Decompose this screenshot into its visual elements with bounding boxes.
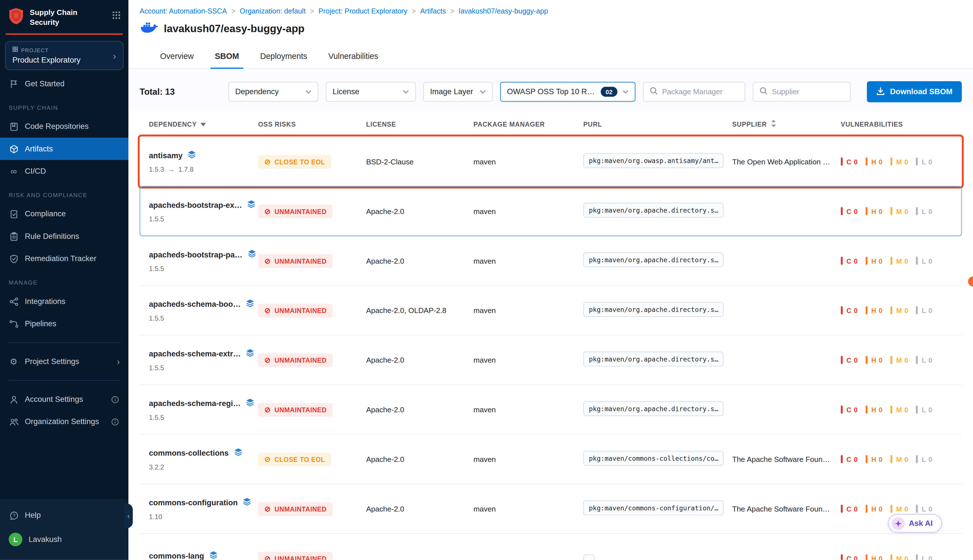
sidebar-item-code-repositories[interactable]: Code Repositories: [0, 115, 129, 138]
package-manager: maven: [473, 207, 583, 215]
user-menu[interactable]: L Lavakush: [0, 527, 129, 552]
filter-select-license[interactable]: License: [326, 82, 416, 102]
sidebar-item-project-settings[interactable]: ⚙ Project Settings ›: [0, 350, 129, 373]
severity-count: L0: [916, 405, 932, 414]
filter-select-image-layer[interactable]: Image Layer: [423, 82, 493, 102]
severity-count: C0: [841, 505, 858, 513]
sparkle-icon: [891, 517, 904, 530]
page-title: lavakush07/easy-buggy-app: [164, 23, 305, 35]
dependency-name: apacheds-schema-regi…: [149, 399, 241, 408]
sidebar-item-help[interactable]: ? Help: [0, 504, 129, 527]
purl-value[interactable]: pkg:maven/org.owasp.antisamy/ant…: [583, 153, 724, 168]
module-grid-icon[interactable]: [111, 10, 121, 20]
severity-count: L0: [916, 554, 932, 560]
column-header-supplier[interactable]: SUPPLIER: [732, 120, 841, 128]
severity-bar: [891, 455, 893, 463]
severity-count: M0: [891, 455, 908, 463]
purl-value[interactable]: pkg:maven/org.apache.directory.s…: [583, 351, 724, 366]
purl-value[interactable]: pkg:maven/org.apache.directory.s…: [583, 302, 724, 317]
dependency-name: commons-lang: [149, 552, 204, 560]
table-row[interactable]: commons-lang → ⊘ UNMAINTAINED C0 H0: [140, 534, 962, 560]
sidebar-item-organization-settings[interactable]: Organization Settings: [0, 410, 129, 433]
supplier-input[interactable]: [772, 87, 844, 96]
purl-value[interactable]: pkg:maven/org.apache.directory.s…: [583, 401, 724, 416]
purl-cell: pkg:maven/org.apache.directory.s…: [583, 351, 732, 369]
breadcrumb-link[interactable]: Organization: default: [240, 7, 306, 15]
total-count: Total:13: [140, 87, 221, 97]
table-row[interactable]: apacheds-schema-regi… 1.5.5 → ⊘ UNMAINTA…: [140, 385, 962, 435]
tab-deployments[interactable]: Deployments: [249, 45, 318, 68]
purl-value[interactable]: pkg:maven/commons-configuration/…: [583, 500, 724, 515]
ask-ai-button[interactable]: Ask AI: [888, 514, 942, 533]
column-header-license[interactable]: LICENSE: [366, 120, 473, 128]
filter-select-owasp-oss-top-10-risks[interactable]: OWASP OSS Top 10 Risks 02: [500, 82, 635, 102]
sidebar: Supply Chain Security PROJECT Product Ex…: [0, 0, 129, 560]
sidebar-item-rule-definitions[interactable]: Rule Definitions: [0, 225, 129, 248]
sidebar-item-artifacts[interactable]: Artifacts: [0, 138, 129, 160]
purl-value[interactable]: pkg:maven/org.apache.directory.s…: [583, 252, 724, 267]
table-row[interactable]: commons-collections 3.2.2 → ⊘ CLOSE TO E…: [140, 435, 962, 484]
purl-value[interactable]: pkg:maven/commons-collections/co…: [583, 451, 724, 465]
sidebar-item-integrations[interactable]: Integrations: [0, 290, 129, 313]
vulnerability-counts: C0 H0 M0 L0: [841, 455, 962, 463]
person-icon: [9, 395, 18, 404]
column-header-oss-risks[interactable]: OSS RISKS: [258, 120, 366, 128]
section-risk-compliance: RISK AND COMPLIANCE: [0, 182, 129, 203]
oss-risk-cell: ⊘ UNMAINTAINED: [258, 353, 366, 367]
supplier-search[interactable]: [752, 82, 851, 102]
section-supply-chain: SUPPLY CHAIN: [0, 95, 129, 116]
sidebar-collapse-handle[interactable]: ‹: [124, 503, 133, 528]
severity-bar: [841, 554, 843, 560]
tab-vulnerabilities[interactable]: Vulnerabilities: [318, 45, 389, 68]
column-header-vulnerabilities[interactable]: VULNERABILITIES: [841, 120, 962, 128]
table-row[interactable]: apacheds-bootstrap-pa… 1.5.5 → ⊘ UNMAINT…: [140, 236, 962, 286]
table-row[interactable]: antisamy 1.5.3 → 1.7.8 ⊘ CLOSE TO EOL BS…: [140, 137, 962, 187]
package-manager-input[interactable]: [662, 87, 738, 96]
purl-value[interactable]: pkg:maven/org.apache.directory.s…: [583, 202, 724, 217]
oss-risk-badge: ⊘ UNMAINTAINED: [258, 502, 333, 515]
package-manager-search[interactable]: [643, 82, 745, 102]
table-row[interactable]: apacheds-bootstrap-ex… 1.5.5 → ⊘ UNMAINT…: [140, 187, 962, 236]
severity-count: H0: [866, 257, 883, 265]
severity-count: M0: [891, 257, 908, 265]
tab-sbom[interactable]: SBOM: [204, 45, 250, 68]
column-header-dependency[interactable]: DEPENDENCY: [149, 120, 258, 128]
table-row[interactable]: commons-configuration 1.10 → ⊘ UNMAINTAI…: [140, 484, 962, 534]
purl-value[interactable]: [583, 554, 595, 560]
oss-risk-cell: ⊘ UNMAINTAINED: [258, 552, 366, 560]
sidebar-item-remediation-tracker[interactable]: Remediation Tracker: [0, 248, 129, 270]
severity-bar: [841, 356, 843, 364]
repo-icon: [9, 122, 18, 132]
severity-count: C0: [841, 257, 858, 265]
dependency-cell: antisamy 1.5.3 → 1.7.8: [149, 150, 258, 173]
sidebar-item-account-settings[interactable]: Account Settings: [0, 388, 129, 410]
breadcrumb-link[interactable]: lavakush07/easy-buggy-app: [459, 7, 548, 15]
oss-risk-cell: ⊘ UNMAINTAINED: [258, 254, 366, 267]
project-selector[interactable]: PROJECT Product Exploratory ›: [5, 41, 124, 70]
breadcrumb-link[interactable]: Project: Product Exploratory: [319, 7, 408, 15]
download-sbom-button[interactable]: Download SBOM: [867, 81, 962, 102]
column-header-purl[interactable]: PURL: [583, 120, 732, 128]
vulnerability-counts: C0 H0 M0 L0: [841, 356, 962, 364]
severity-bar: [841, 455, 843, 463]
sidebar-item-cicd[interactable]: ∞ CI/CD: [0, 160, 129, 182]
breadcrumb-link[interactable]: Artifacts: [420, 7, 446, 15]
tab-overview[interactable]: Overview: [150, 45, 204, 68]
circle-slash-icon: ⊘: [264, 356, 271, 363]
vulnerability-counts: C0 H0 M0 L0: [841, 158, 962, 166]
severity-bar: [916, 257, 918, 265]
filter-toolbar: Total:13 Dependency License Image Layer …: [129, 69, 973, 111]
app-header: Supply Chain Security: [0, 0, 129, 33]
table-row[interactable]: apacheds-schema-extr… 1.5.5 → ⊘ UNMAINTA…: [140, 335, 962, 385]
severity-count: M0: [891, 356, 908, 364]
filter-select-dependency[interactable]: Dependency: [228, 82, 318, 102]
table-row[interactable]: apacheds-schema-boo… 1.5.5 → ⊘ UNMAINTAI…: [140, 286, 962, 335]
supplier: The Apache Software Foun…: [732, 455, 841, 463]
sidebar-item-get-started[interactable]: Get Started: [0, 73, 129, 95]
breadcrumb-separator: >: [231, 7, 235, 15]
breadcrumb-link[interactable]: Account: Automation-SSCA: [140, 7, 227, 15]
column-header-package-manager[interactable]: PACKAGE MANAGER: [473, 120, 583, 128]
sidebar-item-pipelines[interactable]: Pipelines: [0, 313, 129, 335]
sidebar-item-compliance[interactable]: Compliance: [0, 203, 129, 225]
table-body: antisamy 1.5.3 → 1.7.8 ⊘ CLOSE TO EOL BS…: [140, 137, 962, 560]
